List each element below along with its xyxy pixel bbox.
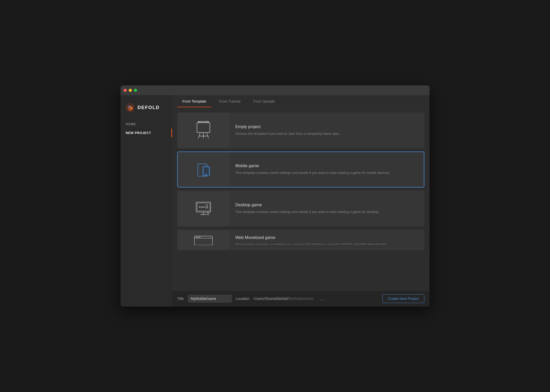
web-icon [193, 235, 214, 245]
svg-rect-27 [194, 236, 212, 238]
location-path-suffix: MyMobileGame [288, 297, 314, 301]
main-content: DEFOLD HOME NEW PROJECT From Template Fr… [121, 95, 429, 307]
tab-from-tutorial[interactable]: From Tutorial [214, 95, 245, 107]
template-info-web: Web Monetized game This template contain… [229, 230, 393, 250]
sidebar-item-new-project[interactable]: NEW PROJECT [121, 129, 172, 137]
browse-button[interactable]: ... [318, 296, 327, 301]
template-info-mobile: Mobile game This template contains usefu… [229, 152, 396, 187]
tab-from-sample[interactable]: From Sample [248, 95, 280, 107]
template-card-web[interactable]: Web Monetized game This template contain… [177, 230, 424, 250]
location-label: Location [236, 297, 250, 301]
sidebar-item-home[interactable]: HOME [121, 120, 172, 129]
desktop-icon [193, 198, 214, 219]
template-icon-web [178, 230, 229, 250]
svg-point-20 [201, 207, 203, 208]
title-label: Title [177, 297, 184, 301]
svg-line-6 [198, 132, 200, 138]
canvas-icon [193, 120, 214, 141]
sidebar-nav: HOME NEW PROJECT [121, 120, 172, 137]
template-desc-desktop: This template contains useful settings a… [235, 209, 379, 215]
template-info-desktop: Desktop game This template contains usef… [229, 191, 385, 226]
svg-rect-3 [131, 108, 132, 109]
bottom-bar: Title Location /Users/Shared/defold/MyMo… [172, 290, 429, 307]
close-button[interactable] [124, 89, 127, 92]
svg-line-7 [207, 132, 209, 138]
template-name-empty: Empty project [235, 124, 340, 129]
defold-logo-icon [126, 103, 135, 112]
template-icon-desktop [178, 191, 229, 226]
titlebar [121, 85, 429, 95]
location-path: /Users/Shared/defold/MyMobileGame [254, 297, 314, 301]
svg-point-11 [208, 121, 209, 122]
svg-point-30 [199, 237, 200, 238]
svg-point-28 [196, 237, 197, 238]
template-name-web: Web Monetized game [235, 235, 387, 240]
templates-list: Empty project Choose this template if yo… [172, 107, 429, 290]
template-info-empty: Empty project Choose this template if yo… [229, 113, 346, 148]
template-card-desktop[interactable]: Desktop game This template contains usef… [177, 191, 424, 227]
svg-point-24 [207, 212, 209, 214]
svg-rect-2 [129, 106, 130, 108]
app-window: DEFOLD HOME NEW PROJECT From Template Fr… [121, 85, 429, 307]
svg-point-29 [197, 237, 199, 238]
template-name-mobile: Mobile game [235, 164, 390, 168]
svg-rect-5 [198, 121, 209, 122]
svg-point-21 [203, 207, 205, 208]
title-input[interactable] [188, 295, 232, 302]
tabs: From Template From Tutorial From Sample [172, 95, 429, 107]
template-card-mobile[interactable]: Mobile game This template contains usefu… [177, 152, 424, 188]
template-icon-empty [178, 113, 229, 148]
template-desc-mobile: This template contains useful settings a… [235, 170, 390, 175]
tab-from-template[interactable]: From Template [177, 95, 211, 107]
logo-area: DEFOLD [121, 100, 172, 120]
sidebar: DEFOLD HOME NEW PROJECT [121, 95, 172, 307]
logo-text: DEFOLD [138, 105, 160, 110]
maximize-button[interactable] [134, 89, 137, 92]
content-area: From Template From Tutorial From Sample [172, 95, 429, 307]
template-icon-mobile [178, 152, 229, 187]
svg-point-19 [199, 207, 201, 208]
svg-rect-4 [197, 123, 210, 132]
create-new-project-button[interactable]: Create New Project [382, 294, 424, 303]
minimize-button[interactable] [129, 89, 132, 92]
template-name-desktop: Desktop game [235, 203, 379, 207]
template-desc-empty: Choose this template if you want to star… [235, 131, 340, 136]
svg-point-10 [198, 121, 199, 122]
mobile-icon [193, 159, 214, 180]
template-card-empty[interactable]: Empty project Choose this template if yo… [177, 112, 424, 148]
template-desc-web: This template contains everything you ne… [235, 242, 387, 245]
